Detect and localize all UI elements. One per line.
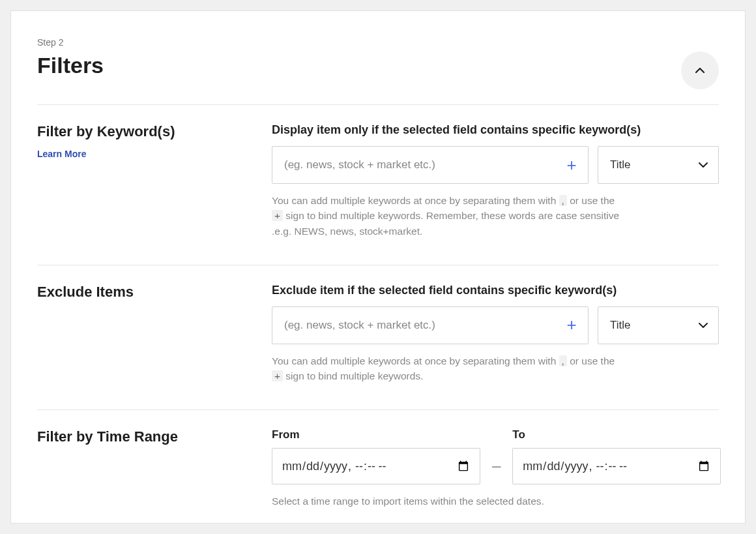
exclude-field-select[interactable]: Title: [598, 306, 719, 344]
exclude-title: Exclude Items: [37, 284, 246, 301]
exclude-help: You can add multiple keywords at once by…: [272, 353, 624, 384]
divider: [37, 265, 719, 265]
from-label: From: [272, 428, 480, 441]
add-keyword-button[interactable]: +: [560, 153, 583, 177]
keywords-help: You can add multiple keywords at once by…: [272, 193, 624, 239]
to-label: To: [512, 428, 721, 441]
exclude-items-section: Exclude Items Exclude item if the select…: [37, 284, 719, 384]
divider: [37, 104, 719, 105]
to-date-input[interactable]: [512, 448, 721, 484]
keywords-field-select[interactable]: Title: [598, 146, 719, 184]
chevron-up-icon: [693, 64, 706, 77]
time-help: Select a time range to import items with…: [272, 494, 624, 509]
keywords-select-value: Title: [610, 158, 631, 171]
filter-keywords-section: Filter by Keyword(s) Learn More Display …: [37, 123, 719, 239]
exclude-input[interactable]: [272, 306, 589, 344]
learn-more-link[interactable]: Learn More: [37, 149, 86, 159]
step-label: Step 2: [37, 37, 719, 48]
keywords-label: Display item only if the selected field …: [272, 123, 719, 137]
range-separator: –: [492, 456, 501, 475]
keywords-input[interactable]: [272, 146, 589, 184]
keywords-title: Filter by Keyword(s): [37, 123, 246, 140]
collapse-button[interactable]: [681, 52, 719, 89]
from-date-input[interactable]: [272, 448, 480, 484]
exclude-select-value: Title: [610, 319, 631, 332]
add-exclude-button[interactable]: +: [560, 314, 583, 337]
card-title: Filters: [37, 53, 719, 78]
time-range-section: Filter by Time Range From – To Select a …: [37, 428, 719, 509]
time-title: Filter by Time Range: [37, 428, 246, 445]
filters-card: Step 2 Filters Filter by Keyword(s) Lear…: [10, 10, 746, 524]
plus-icon: +: [566, 315, 576, 335]
exclude-label: Exclude item if the selected field conta…: [272, 284, 719, 297]
plus-icon: +: [566, 155, 576, 175]
divider: [37, 409, 719, 410]
